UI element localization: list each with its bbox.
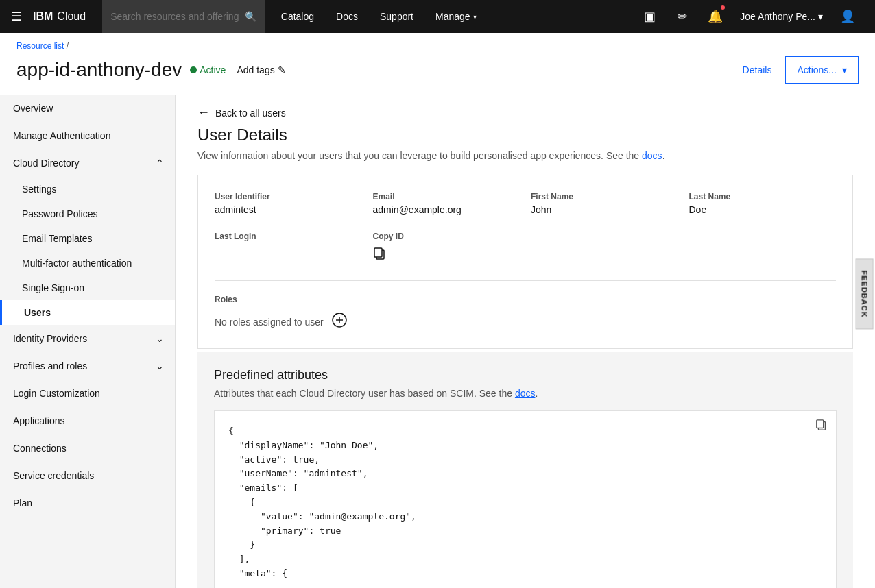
sidebar-item-connections[interactable]: Connections [0,434,175,462]
sidebar-item-label: Login Customization [13,388,100,399]
docs-link[interactable]: docs [642,150,662,161]
user-name: Joe Anthony Pe... [740,11,815,22]
actions-chevron-icon: ▾ [842,64,847,75]
first-name-value: John [531,204,678,215]
email-label: Email [373,192,520,201]
sidebar-item-label: Profiles and roles [13,360,87,371]
search-input[interactable] [110,11,239,22]
sidebar-item-password-policies[interactable]: Password Polices [0,201,175,226]
nav-links: Catalog Docs Support Manage ▾ [270,0,488,33]
user-identifier-label: User Identifier [215,192,362,201]
sidebar-item-cloud-directory[interactable]: Cloud Directory ⌃ [0,149,175,177]
content-inner: ← Back to all users User Details View in… [176,95,875,588]
actions-button[interactable]: Actions... ▾ [785,56,859,84]
user-identifier-value: admintest [215,204,362,215]
nav-catalog[interactable]: Catalog [270,0,325,33]
details-button[interactable]: Details [737,62,778,78]
sidebar-item-login-customization[interactable]: Login Customization [0,380,175,407]
predefined-title: Predefined attributes [214,368,837,382]
user-info-grid-row2: Last Login Copy ID [215,232,836,264]
predefined-docs-link[interactable]: docs [515,388,536,399]
last-name-value: Doe [689,204,837,215]
copy-id-field: Copy ID [373,232,520,264]
user-identifier-field: User Identifier admintest [215,192,362,215]
copy-icon [373,247,387,260]
sidebar-item-overview[interactable]: Overview [0,95,175,122]
copy-id-button[interactable] [373,247,387,264]
sidebar-cloud-directory-sub: Settings Password Polices Email Template… [0,177,175,325]
cloud-label: Cloud [57,10,86,23]
last-login-label: Last Login [215,232,362,241]
sidebar-item-service-credentials[interactable]: Service credentials [0,462,175,489]
ibm-label: IBM [33,10,53,23]
chevron-down-icon: ⌄ [156,333,164,344]
sidebar-item-label: Connections [13,443,67,454]
sidebar-item-email-templates[interactable]: Email Templates [0,226,175,251]
back-button[interactable]: ← Back to all users [197,95,286,125]
sidebar-item-label: Overview [13,103,53,114]
add-role-button[interactable] [332,313,347,332]
back-btn-label: Back to all users [215,108,286,119]
roles-row: No roles assigned to user [215,313,836,332]
notification-icon[interactable]: 🔔 [699,0,732,33]
nav-support[interactable]: Support [369,0,424,33]
sidebar-item-identity-providers[interactable]: Identity Providers ⌄ [0,325,175,352]
add-circle-icon [332,313,347,328]
nav-manage[interactable]: Manage ▾ [424,0,488,33]
search-bar[interactable]: 🔍 [102,0,265,33]
sidebar-item-sso[interactable]: Single Sign-on [0,275,175,300]
page-header-actions: Details Actions... ▾ [737,56,859,84]
sidebar-item-plan[interactable]: Plan [0,489,175,517]
chevron-up-icon: ⌃ [156,158,164,169]
feedback-tab[interactable]: FEEDBACK [855,258,873,329]
first-name-field: First Name John [531,192,678,215]
add-tags-button[interactable]: Add tags ✎ [237,64,285,75]
sidebar-item-manage-auth[interactable]: Manage Authentication [0,122,175,149]
roles-label: Roles [215,295,836,304]
status-badge: Active [190,64,226,75]
sidebar-item-label: Plan [13,498,32,509]
last-name-field: Last Name Doe [689,192,837,215]
back-arrow-icon: ← [197,106,210,120]
user-menu[interactable]: Joe Anthony Pe... ▾ [732,0,831,33]
page-header: app-id-anthony-dev Active Add tags ✎ Det… [0,51,875,95]
nav-docs[interactable]: Docs [325,0,369,33]
predefined-description: Attributes that each Cloud Directory use… [214,388,837,399]
edit-icon[interactable]: ✏ [666,0,699,33]
sidebar-item-applications[interactable]: Applications [0,407,175,434]
brand-logo: IBM Cloud [33,10,86,23]
sidebar-item-profiles-roles[interactable]: Profiles and roles ⌄ [0,352,175,380]
dashboard-icon[interactable]: ▣ [633,0,666,33]
sidebar-item-label: Service credentials [13,470,94,481]
sidebar: Overview Manage Authentication Cloud Dir… [0,95,176,588]
status-label: Active [200,64,226,75]
code-block: { "displayName": "John Doe", "active": t… [214,410,837,588]
sidebar-item-label: Identity Providers [13,333,87,344]
code-copy-icon [815,419,828,431]
menu-icon[interactable]: ☰ [11,9,22,24]
sidebar-item-label: Applications [13,415,65,426]
status-dot [190,66,197,73]
roles-empty-label: No roles assigned to user [215,317,324,328]
last-login-field: Last Login [215,232,362,264]
topnav-icons: ▣ ✏ 🔔 Joe Anthony Pe... ▾ 👤 [633,0,864,33]
user-profile-icon[interactable]: 👤 [831,0,864,33]
code-copy-button[interactable] [815,419,828,434]
sidebar-item-settings[interactable]: Settings [0,177,175,201]
sidebar-item-label: Manage Authentication [13,130,110,141]
actions-label: Actions... [797,64,837,75]
code-content: { "displayName": "John Doe", "active": t… [228,424,822,581]
add-tags-label: Add tags [237,64,274,75]
sidebar-item-mfa[interactable]: Multi-factor authentication [0,251,175,275]
sidebar-item-users[interactable]: Users [0,300,175,325]
main-content: ← Back to all users User Details View in… [176,95,875,588]
email-value: admin@example.org [373,204,520,215]
user-details-description: View information about your users that y… [197,150,853,161]
breadcrumb-resource-list[interactable]: Resource list [16,41,64,51]
breadcrumb-separator: / [67,41,69,51]
sidebar-item-label: Cloud Directory [13,158,79,169]
svg-rect-6 [817,420,824,428]
predefined-attributes-section: Predefined attributes Attributes that ea… [197,352,853,588]
roles-section: Roles No roles assigned to user [215,280,836,332]
user-chevron: ▾ [818,11,823,22]
